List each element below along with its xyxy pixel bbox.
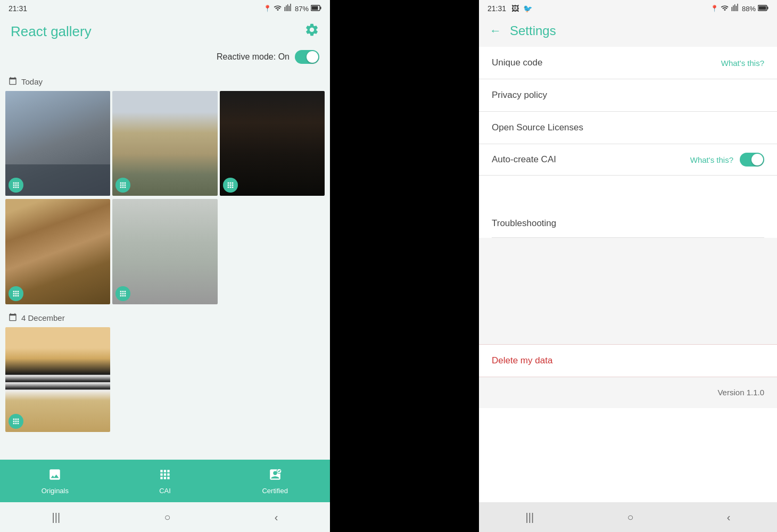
auto-cai-toggle[interactable]	[740, 153, 764, 167]
photo-grid-today-row1	[5, 91, 325, 196]
app-title: React gallery	[11, 23, 92, 40]
app-header: React gallery	[0, 17, 330, 48]
privacy-policy-label: Privacy policy	[492, 90, 547, 101]
photo-badge-p3	[223, 178, 238, 193]
auto-cai-label: Auto-create CAI	[492, 154, 556, 165]
auto-cai-toggle-knob	[751, 154, 763, 165]
settings-header: ← Settings	[479, 17, 777, 47]
left-menu-btn[interactable]: |||	[36, 506, 77, 529]
section-header-dec4: 4 December	[5, 307, 325, 327]
settings-spacer	[479, 176, 777, 207]
settings-list: Unique code What's this? Privacy policy …	[479, 47, 777, 502]
troubleshooting-label-text: Troubleshooting	[492, 218, 556, 228]
open-source-label: Open Source Licenses	[492, 122, 583, 133]
photo-badge-p4	[9, 286, 23, 301]
right-status-bar: 21:31 🖼 🐦 📍 88%	[479, 0, 777, 17]
location-icon: 📍	[263, 5, 271, 12]
back-button[interactable]: ←	[490, 24, 501, 38]
unique-code-label: Unique code	[492, 57, 542, 68]
wifi-icon	[274, 4, 282, 14]
gallery-scroll[interactable]: Today	[0, 71, 330, 460]
cai-icon	[158, 468, 172, 485]
reactive-label: Reactive mode: On	[217, 52, 290, 62]
photo-grid-today-row2	[5, 199, 325, 304]
left-home-btn[interactable]: ○	[148, 506, 186, 529]
auto-cai-right: What's this?	[690, 153, 764, 167]
photo-item-p4[interactable]	[5, 199, 110, 304]
right-menu-btn[interactable]: |||	[510, 506, 550, 529]
image-icon: 🖼	[511, 4, 519, 13]
battery-icon	[311, 5, 321, 13]
section-header-today: Today	[5, 71, 325, 91]
auto-cai-left: Auto-create CAI	[492, 154, 556, 165]
photo-badge-p6	[9, 414, 23, 429]
photo-cell-empty3	[220, 327, 325, 432]
unique-code-action[interactable]: What's this?	[721, 59, 764, 68]
right-time: 21:31 🖼 🐦	[487, 4, 532, 13]
nav-label-originals: Originals	[42, 487, 69, 495]
left-system-nav: ||| ○ ‹	[0, 502, 330, 532]
svg-rect-5	[767, 6, 768, 9]
delete-section[interactable]: Delete my data	[479, 344, 777, 377]
svg-rect-2	[312, 6, 318, 10]
delete-label[interactable]: Delete my data	[492, 355, 552, 365]
big-spacer	[479, 238, 777, 344]
nav-item-certified[interactable]: Certified	[220, 460, 330, 502]
auto-cai-action[interactable]: What's this?	[690, 155, 733, 164]
settings-title: Settings	[510, 23, 556, 38]
photo-grid-dec4	[5, 327, 325, 432]
photo-badge-p5	[115, 286, 130, 301]
photo-item-p5[interactable]	[112, 199, 217, 304]
reactive-mode-bar: Reactive mode: On	[0, 48, 330, 71]
right-signal-icon	[731, 4, 740, 14]
nav-label-certified: Certified	[262, 487, 287, 495]
originals-icon	[48, 468, 62, 485]
certified-icon	[268, 468, 282, 485]
right-battery-text: 88%	[742, 5, 756, 13]
section-label-dec4: 4 December	[21, 313, 65, 322]
right-wifi-icon	[721, 4, 729, 14]
right-panel: 21:31 🖼 🐦 📍 88% ← Settings Unique code	[479, 0, 777, 532]
version-text: Version 1.1.0	[717, 388, 764, 397]
right-status-icons: 📍 88%	[710, 4, 768, 14]
svg-rect-6	[759, 6, 766, 10]
right-location-icon: 📍	[710, 5, 718, 12]
photo-item-p1[interactable]	[5, 91, 110, 196]
photo-item-p2[interactable]	[112, 91, 217, 196]
settings-item-unique-code[interactable]: Unique code What's this?	[479, 47, 777, 79]
settings-troubleshooting[interactable]: Troubleshooting	[479, 207, 777, 237]
right-battery-icon	[758, 5, 768, 13]
left-status-bar: 21:31 📍 87%	[0, 0, 330, 17]
bottom-nav: Originals CAI Certified	[0, 460, 330, 502]
nav-label-cai: CAI	[159, 487, 171, 495]
reactive-toggle[interactable]	[295, 50, 319, 64]
right-back-btn[interactable]: ‹	[711, 506, 747, 529]
battery-text: 87%	[295, 5, 309, 13]
calendar-icon-today	[9, 77, 17, 87]
right-home-btn[interactable]: ○	[611, 506, 649, 529]
nav-item-originals[interactable]: Originals	[0, 460, 110, 502]
right-system-nav: ||| ○ ‹	[479, 502, 777, 532]
left-back-btn[interactable]: ‹	[259, 506, 294, 529]
photo-cell-empty	[220, 199, 325, 304]
settings-item-privacy-policy[interactable]: Privacy policy	[479, 79, 777, 112]
version-section: Version 1.1.0	[479, 377, 777, 408]
photo-item-p6[interactable]	[5, 327, 110, 432]
toggle-knob	[307, 51, 318, 63]
section-label-today: Today	[21, 77, 43, 86]
signal-icon	[284, 4, 293, 14]
left-panel: 21:31 📍 87% React gallery Reactive mode:…	[0, 0, 330, 532]
photo-item-p3[interactable]	[220, 91, 325, 196]
settings-item-open-source[interactable]: Open Source Licenses	[479, 112, 777, 144]
left-status-icons: 📍 87%	[263, 4, 321, 14]
settings-gear-icon[interactable]	[304, 22, 319, 40]
svg-rect-1	[320, 6, 321, 9]
twitter-icon: 🐦	[523, 4, 532, 13]
left-time: 21:31	[9, 4, 27, 13]
calendar-icon-dec4	[9, 313, 17, 323]
nav-item-cai[interactable]: CAI	[110, 460, 220, 502]
settings-item-auto-cai: Auto-create CAI What's this?	[479, 144, 777, 176]
photo-cell-empty2	[112, 327, 217, 432]
